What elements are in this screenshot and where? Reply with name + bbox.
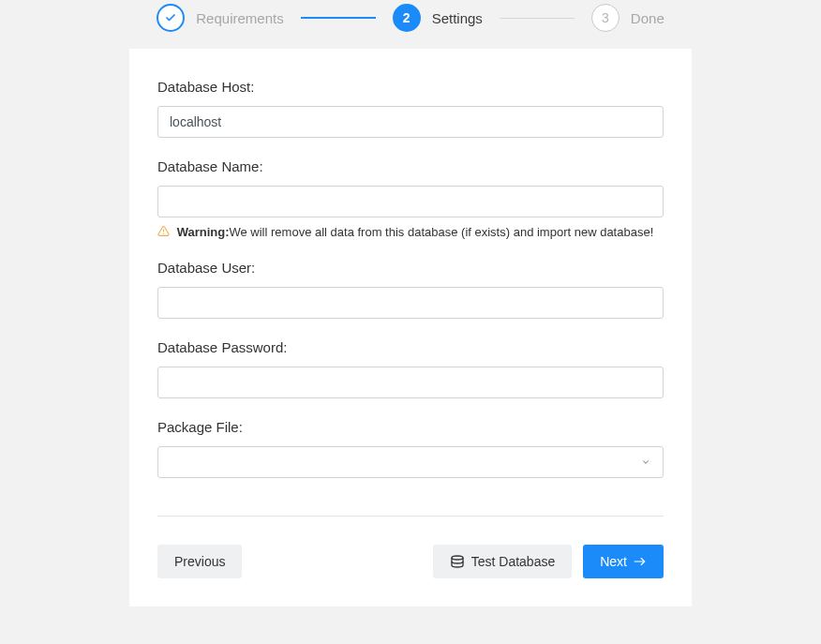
svg-point-2 xyxy=(452,556,463,560)
step-circle-active: 2 xyxy=(393,4,421,32)
database-icon xyxy=(450,555,465,568)
db-user-label: Database User: xyxy=(157,260,664,276)
step-circle-pending: 3 xyxy=(591,4,619,32)
package-file-group: Package File: xyxy=(157,419,664,478)
warning-text: We will remove all data from this databa… xyxy=(229,225,653,239)
db-user-group: Database User: xyxy=(157,260,664,319)
package-file-select[interactable] xyxy=(157,446,664,478)
connector-active xyxy=(301,17,376,19)
db-host-input[interactable] xyxy=(157,106,664,138)
step-done: 3 Done xyxy=(591,4,664,32)
db-name-group: Database Name: Warning:We will remove al… xyxy=(157,158,664,239)
db-password-group: Database Password: xyxy=(157,339,664,398)
divider xyxy=(157,516,664,517)
step-label: Requirements xyxy=(196,10,283,26)
warning-label: Warning: xyxy=(177,225,230,239)
connector xyxy=(500,18,575,19)
warning-triangle-icon xyxy=(157,225,173,239)
db-name-warning: Warning:We will remove all data from thi… xyxy=(157,225,664,239)
arrow-right-icon xyxy=(634,557,647,566)
actions-row: Previous Test Database Next xyxy=(157,545,664,578)
db-host-label: Database Host: xyxy=(157,79,664,95)
db-name-label: Database Name: xyxy=(157,158,664,174)
db-name-input[interactable] xyxy=(157,186,664,217)
db-user-input[interactable] xyxy=(157,287,664,319)
step-requirements: Requirements xyxy=(157,4,283,32)
stepper: Requirements 2 Settings 3 Done xyxy=(0,0,821,49)
db-password-label: Database Password: xyxy=(157,339,664,355)
db-host-group: Database Host: xyxy=(157,79,664,138)
test-database-button[interactable]: Test Database xyxy=(433,545,573,578)
test-database-label: Test Database xyxy=(471,554,556,569)
step-circle-done xyxy=(157,4,185,32)
check-icon xyxy=(165,12,176,23)
settings-card: Database Host: Database Name: Warning:We… xyxy=(129,49,692,607)
next-label: Next xyxy=(600,554,627,569)
next-button[interactable]: Next xyxy=(583,545,664,578)
previous-button[interactable]: Previous xyxy=(157,545,242,578)
step-label: Settings xyxy=(432,10,483,26)
package-file-label: Package File: xyxy=(157,419,664,435)
db-password-input[interactable] xyxy=(157,367,664,398)
previous-label: Previous xyxy=(174,554,225,569)
step-label: Done xyxy=(631,10,664,26)
step-settings: 2 Settings xyxy=(393,4,483,32)
